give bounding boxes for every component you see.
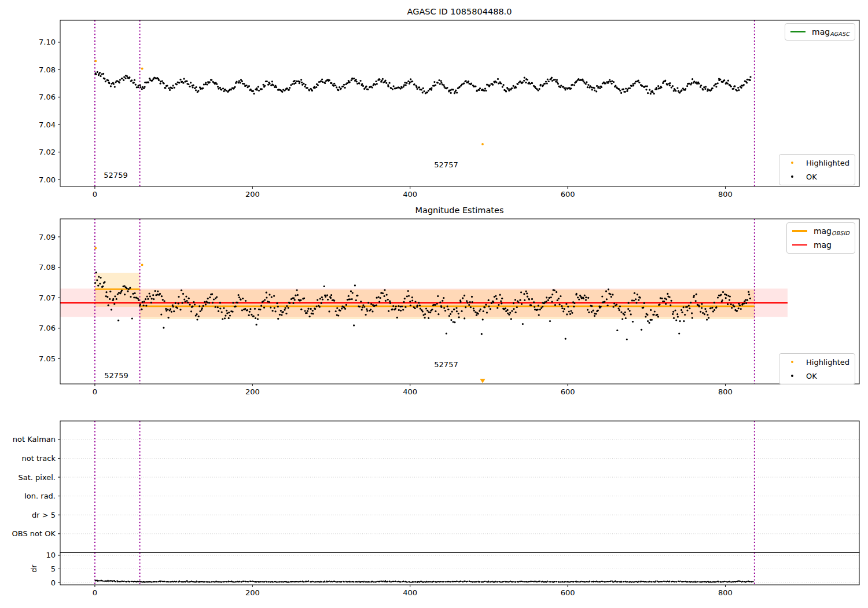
tick-label: 7.06 bbox=[39, 93, 56, 101]
tick-label: 5 bbox=[51, 565, 56, 573]
tick-label: 7.10 bbox=[39, 38, 56, 46]
legend-item: OK bbox=[785, 370, 849, 382]
ok-dot-icon bbox=[785, 375, 800, 378]
mag-agasc-line-icon bbox=[790, 31, 806, 33]
y-axis-label: dr bbox=[30, 565, 38, 573]
tick-label: 200 bbox=[245, 588, 260, 597]
legend-plot2-points: Highlighted OK bbox=[779, 353, 855, 384]
tick-label: 800 bbox=[718, 190, 733, 199]
legend-item: Highlighted bbox=[785, 356, 849, 368]
plot1-title: AGASC ID 1085804488.0 bbox=[407, 7, 512, 16]
legend-mag-obsid: magOBSID mag bbox=[786, 222, 855, 254]
obsid-52759-label-plot2: 52759 bbox=[104, 371, 128, 380]
axes-frame bbox=[60, 20, 859, 186]
legend-item: mag bbox=[792, 239, 849, 251]
tick-label: 7.04 bbox=[39, 120, 56, 129]
highlighted-point bbox=[141, 264, 144, 266]
flag-category-label: Ion. rad. bbox=[24, 492, 56, 500]
flag-category-label: dr > 5 bbox=[32, 511, 56, 519]
tick-label: 7.08 bbox=[39, 65, 56, 74]
flag-category-label: Sat. pixel. bbox=[19, 473, 56, 482]
legend-item: OK bbox=[785, 171, 849, 182]
obsid-52757-band bbox=[140, 290, 755, 319]
tick-label: 400 bbox=[403, 588, 417, 597]
clipped-highlighted-marker bbox=[480, 379, 485, 383]
ok-dot-icon bbox=[785, 175, 800, 178]
figure: 02004006008007.007.027.047.067.087.10020… bbox=[0, 0, 868, 608]
legend-mag-agasc: magAGASC bbox=[785, 23, 855, 41]
tick-label: 0 bbox=[93, 387, 97, 396]
tick-label: 400 bbox=[403, 387, 417, 396]
subplot-dr: 02004006008000510dr bbox=[30, 551, 859, 597]
legend-plot1-points: Highlighted OK bbox=[779, 154, 855, 185]
tick-label: 800 bbox=[718, 387, 733, 396]
legend-item: magAGASC bbox=[790, 26, 849, 38]
tick-label: 7.09 bbox=[39, 233, 56, 241]
highlighted-point bbox=[141, 68, 144, 70]
tick-label: 400 bbox=[403, 190, 417, 199]
subplot-quality-flags: not Kalmannot trackSat. pixel.Ion. rad.d… bbox=[12, 421, 860, 552]
tick-label: 600 bbox=[561, 387, 575, 396]
plot2-title: Magnitude Estimates bbox=[415, 206, 503, 215]
legend-item: magOBSID bbox=[792, 225, 849, 237]
axes-frame bbox=[60, 421, 859, 552]
tick-label: 7.02 bbox=[39, 148, 56, 156]
tick-label: 0 bbox=[51, 578, 56, 587]
subplot-magnitude-estimates: 02004006008007.057.067.077.087.09 bbox=[39, 219, 859, 396]
plots-canvas: 02004006008007.007.027.047.067.087.10020… bbox=[0, 0, 868, 608]
flag-category-label: not track bbox=[21, 454, 56, 463]
tick-label: 7.08 bbox=[39, 263, 56, 272]
highlighted-dot-icon bbox=[785, 361, 800, 364]
obsid-52759-label-plot1: 52759 bbox=[104, 171, 127, 180]
obsid-52757-label-plot1: 52757 bbox=[434, 160, 458, 169]
tick-label: 600 bbox=[561, 588, 575, 597]
legend-item: Highlighted bbox=[785, 157, 849, 169]
mag-obsid-line-icon bbox=[792, 230, 807, 232]
tick-label: 0 bbox=[93, 588, 97, 597]
flag-category-label: not Kalman bbox=[13, 435, 56, 444]
tick-label: 200 bbox=[245, 387, 260, 396]
highlighted-point bbox=[94, 247, 97, 250]
tick-label: 200 bbox=[245, 190, 260, 199]
flag-category-label: OBS not OK bbox=[12, 529, 56, 538]
tick-label: 7.00 bbox=[39, 175, 56, 184]
tick-label: 7.05 bbox=[39, 354, 56, 363]
subplot-agasc-mags: 02004006008007.007.027.047.067.087.10 bbox=[39, 20, 859, 199]
tick-label: 800 bbox=[718, 588, 733, 597]
tick-label: 7.07 bbox=[39, 294, 56, 302]
mag-line-icon bbox=[792, 244, 807, 246]
highlighted-point bbox=[94, 60, 97, 63]
highlighted-point bbox=[481, 143, 484, 145]
ok-points bbox=[94, 71, 751, 95]
highlighted-dot-icon bbox=[785, 162, 800, 164]
tick-label: 0 bbox=[93, 190, 97, 199]
tick-label: 600 bbox=[561, 190, 575, 199]
obsid-52757-label-plot2: 52757 bbox=[434, 360, 458, 369]
tick-label: 7.06 bbox=[39, 324, 56, 332]
tick-label: 10 bbox=[46, 551, 56, 559]
